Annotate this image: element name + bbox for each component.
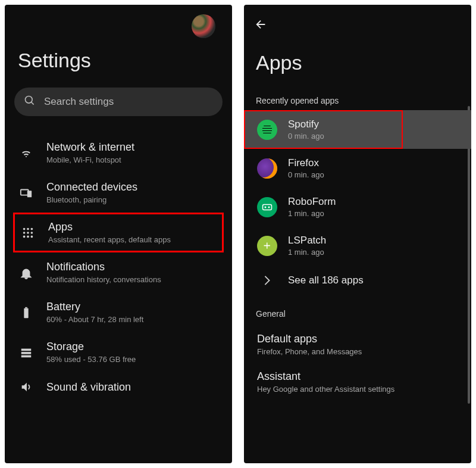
- scrollbar[interactable]: [468, 106, 470, 404]
- section-recent-label: Recently opened apps: [244, 96, 471, 110]
- wifi-icon: [19, 146, 33, 160]
- svg-point-10: [23, 235, 26, 238]
- item-sub: Hey Google and other Assistant settings: [257, 385, 458, 394]
- item-sub: Bluetooth, pairing: [46, 195, 218, 204]
- general-item-default-apps[interactable]: Default apps Firefox, Phone, and Message…: [244, 327, 471, 364]
- item-sub: Notification history, conversations: [46, 275, 218, 284]
- apps-screen: Apps Recently opened apps Spotify 0 min.…: [244, 5, 471, 463]
- avatar-row: [5, 12, 232, 49]
- svg-point-6: [31, 227, 33, 230]
- profile-avatar[interactable]: [192, 14, 215, 38]
- chevron-right-icon: [257, 275, 277, 286]
- app-item-firefox[interactable]: Firefox 0 min. ago: [244, 149, 471, 188]
- settings-item-battery[interactable]: Battery 60% - About 7 hr, 28 min left: [8, 292, 228, 332]
- devices-icon: [19, 186, 33, 199]
- app-item-roboform[interactable]: RoboForm 1 min. ago: [244, 188, 471, 226]
- roboform-icon: [257, 197, 277, 217]
- item-title: Default apps: [257, 333, 458, 345]
- item-title: Apps: [48, 221, 216, 233]
- app-name: Firefox: [288, 157, 458, 169]
- see-all-apps[interactable]: See all 186 apps: [244, 265, 471, 296]
- battery-icon: [19, 306, 33, 319]
- sound-icon: [19, 380, 33, 394]
- settings-list: Network & internet Mobile, Wi-Fi, hotspo…: [5, 133, 232, 402]
- page-title: Apps: [244, 51, 471, 96]
- item-title: Network & internet: [46, 141, 218, 154]
- item-sub: Assistant, recent apps, default apps: [48, 235, 216, 244]
- general-item-assistant[interactable]: Assistant Hey Google and other Assistant…: [244, 364, 471, 402]
- spotify-icon: [257, 120, 277, 140]
- svg-point-12: [31, 235, 33, 238]
- svg-point-4: [23, 227, 26, 230]
- svg-point-0: [26, 96, 33, 104]
- svg-point-20: [268, 206, 270, 208]
- settings-item-connected-devices[interactable]: Connected devices Bluetooth, pairing: [8, 173, 228, 213]
- app-name: LSPatch: [288, 235, 458, 247]
- svg-rect-2: [21, 189, 29, 195]
- recent-apps-list: Spotify 0 min. ago Firefox 0 min. ago Ro…: [244, 110, 471, 296]
- search-icon: [24, 95, 36, 109]
- page-title: Settings: [5, 49, 232, 88]
- svg-point-7: [23, 232, 26, 234]
- section-general-label: General: [244, 296, 471, 327]
- storage-icon: [19, 346, 33, 359]
- app-sub: 0 min. ago: [288, 170, 458, 179]
- item-title: Notifications: [46, 261, 218, 273]
- app-item-lspatch[interactable]: LSPatch 1 min. ago: [244, 226, 471, 265]
- svg-point-11: [27, 235, 29, 238]
- svg-rect-15: [21, 348, 32, 351]
- app-sub: 0 min. ago: [288, 132, 458, 141]
- lspatch-icon: [257, 236, 277, 256]
- svg-rect-16: [21, 352, 32, 354]
- bell-icon: [19, 266, 33, 279]
- svg-rect-3: [27, 191, 32, 197]
- item-title: Storage: [46, 341, 218, 353]
- item-sub: 58% used - 53.76 GB free: [46, 355, 218, 364]
- svg-point-5: [27, 227, 29, 230]
- svg-line-1: [32, 102, 34, 105]
- item-sub: Firefox, Phone, and Messages: [257, 347, 458, 356]
- apps-icon: [21, 226, 35, 239]
- see-all-label: See all 186 apps: [288, 274, 364, 286]
- app-name: RoboForm: [288, 196, 458, 208]
- settings-item-apps[interactable]: Apps Assistant, recent apps, default app…: [13, 213, 224, 252]
- item-title: Sound & vibration: [46, 381, 218, 394]
- app-name: Spotify: [288, 118, 458, 130]
- firefox-icon: [257, 158, 277, 179]
- svg-rect-13: [24, 308, 28, 318]
- item-title: Connected devices: [46, 181, 218, 194]
- svg-rect-18: [263, 204, 272, 210]
- app-item-spotify[interactable]: Spotify 0 min. ago: [244, 110, 471, 149]
- svg-point-19: [265, 206, 267, 208]
- svg-rect-17: [21, 355, 32, 357]
- search-input[interactable]: Search settings: [14, 88, 223, 116]
- item-title: Battery: [46, 301, 218, 313]
- item-title: Assistant: [257, 370, 458, 383]
- svg-point-9: [31, 232, 33, 234]
- app-sub: 1 min. ago: [288, 248, 458, 257]
- item-sub: Mobile, Wi-Fi, hotspot: [46, 155, 218, 164]
- item-sub: 60% - About 7 hr, 28 min left: [46, 315, 218, 324]
- settings-item-network[interactable]: Network & internet Mobile, Wi-Fi, hotspo…: [8, 133, 228, 173]
- svg-rect-14: [25, 307, 27, 308]
- search-placeholder: Search settings: [44, 96, 114, 108]
- settings-item-notifications[interactable]: Notifications Notification history, conv…: [8, 252, 228, 292]
- svg-point-8: [27, 232, 29, 234]
- settings-item-storage[interactable]: Storage 58% used - 53.76 GB free: [8, 332, 228, 372]
- back-button[interactable]: [244, 12, 471, 51]
- settings-screen: Settings Search settings Network & inter…: [5, 5, 232, 463]
- app-sub: 1 min. ago: [288, 209, 458, 218]
- settings-item-sound[interactable]: Sound & vibration: [8, 372, 228, 402]
